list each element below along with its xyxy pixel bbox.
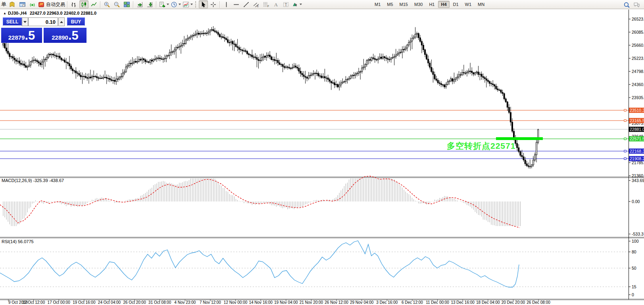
publisher-button[interactable] <box>18 0 27 8</box>
book-button[interactable] <box>8 0 17 8</box>
tile-windows-button[interactable] <box>122 0 131 8</box>
equidistant-channel-button[interactable]: E <box>252 0 261 8</box>
rsi-indicator-label: RSI(14) 56.0775 <box>2 239 34 244</box>
candle-down <box>87 78 88 79</box>
timeframe-mn-button[interactable]: MN <box>475 1 487 8</box>
cursor-button[interactable] <box>199 0 208 8</box>
candle-up <box>332 82 333 83</box>
candle-down <box>319 76 321 76</box>
candle-down <box>290 68 291 69</box>
candle-up <box>177 47 178 48</box>
candle-up <box>100 78 101 79</box>
zoom-out-button[interactable] <box>112 0 121 8</box>
candle-down <box>213 29 214 31</box>
volume-input[interactable]: 0.10 <box>28 17 58 26</box>
line-handle[interactable] <box>624 109 626 111</box>
pivot-highlight-bar[interactable] <box>496 137 543 140</box>
candle-down <box>71 66 72 69</box>
zoom-in-button[interactable] <box>102 0 111 8</box>
vertical-line-button[interactable] <box>222 0 231 8</box>
trend-line-button[interactable] <box>242 0 251 8</box>
dropdown-caret-icon[interactable] <box>190 4 193 5</box>
candle-down <box>331 81 332 83</box>
dropdown-caret-icon[interactable] <box>179 4 181 5</box>
candle-down <box>140 59 141 60</box>
line-chart-button[interactable] <box>89 0 98 8</box>
price-badge-label: 21908.2 <box>630 156 644 161</box>
window-collapse-icon[interactable]: ▲ <box>3 12 6 15</box>
candle-up <box>308 76 309 79</box>
candle-down <box>381 57 382 58</box>
dropdown-caret-icon[interactable] <box>300 4 302 5</box>
candle-up <box>181 46 182 46</box>
text-button[interactable]: A <box>271 0 281 8</box>
timeframe-h4-button[interactable]: H4 <box>438 1 449 8</box>
horizontal-line-button[interactable] <box>232 0 241 8</box>
candle-down <box>465 73 466 73</box>
candle-chart-button[interactable] <box>79 0 88 8</box>
chat-button[interactable] <box>632 1 641 9</box>
candle-up <box>344 82 345 82</box>
fibonacci-button[interactable]: F <box>261 0 271 8</box>
dropdown-caret-icon[interactable] <box>167 4 169 5</box>
time-tick-label: 12 Nov 00:00 <box>224 300 248 305</box>
triangle-down-icon <box>23 21 27 23</box>
candle-down <box>327 78 329 79</box>
chart-shift-button[interactable] <box>135 0 144 8</box>
line-handle[interactable] <box>624 158 626 160</box>
candle-down <box>62 60 63 60</box>
auto-trading-button[interactable]: 自动交易 <box>38 0 65 8</box>
candle-up <box>447 82 448 84</box>
candle-down <box>160 58 161 59</box>
candle-down <box>508 107 509 113</box>
candle-down <box>334 82 335 84</box>
bar-chart-button[interactable] <box>69 0 79 8</box>
pivot-annotation-text[interactable]: 多空转折点22571 <box>447 140 515 152</box>
timeframe-m1-button[interactable]: M1 <box>372 1 383 8</box>
sell-price-button[interactable]: 22879.5 <box>1 28 42 43</box>
timeframe-w1-button[interactable]: W1 <box>462 1 475 8</box>
new-order-button[interactable] <box>158 0 169 8</box>
candle-up <box>377 59 379 60</box>
candle-down <box>8 51 9 54</box>
buy-button[interactable]: BUY <box>67 17 85 26</box>
timeframe-h1-button[interactable]: H1 <box>426 1 437 8</box>
chart-canvas[interactable]: 26523.026085.525660.525223.024798.024360… <box>0 9 644 305</box>
candle-down <box>511 122 513 131</box>
candle-up <box>121 77 122 77</box>
search-button[interactable] <box>622 1 631 9</box>
line-handle[interactable] <box>624 150 626 152</box>
crosshair-button[interactable] <box>209 0 218 8</box>
candle-down <box>384 57 385 58</box>
signal-button[interactable] <box>28 0 37 8</box>
text-label-button[interactable]: T <box>281 0 290 8</box>
timeframe-m15-button[interactable]: M15 <box>397 1 411 8</box>
signal-icon <box>29 1 36 8</box>
candle-down <box>77 73 78 73</box>
periods-button[interactable] <box>170 0 181 8</box>
menu-text[interactable]: 单 <box>1 1 8 8</box>
candle-chart-icon <box>81 1 87 8</box>
auto-scroll-button[interactable] <box>145 0 154 8</box>
sell-button[interactable]: SELL <box>3 17 22 26</box>
arrows-button[interactable] <box>291 0 302 8</box>
timeframe-m30-button[interactable]: M30 <box>411 1 425 8</box>
timeframe-m5-button[interactable]: M5 <box>384 1 396 8</box>
indicators-button[interactable] <box>182 0 193 8</box>
candle-up <box>400 52 401 52</box>
volume-decrease-button[interactable] <box>22 17 28 26</box>
candle-up <box>536 142 537 155</box>
auto-trading-label: 自动交易 <box>46 1 65 8</box>
candle-up <box>358 72 359 73</box>
candle-down <box>324 77 325 78</box>
candle-up <box>171 52 172 52</box>
timeframe-d1-button[interactable]: D1 <box>450 1 461 8</box>
candle-down <box>69 63 70 66</box>
buy-price-button[interactable]: 22890.5 <box>44 28 87 43</box>
candle-down <box>106 77 107 79</box>
candle-up <box>413 37 414 38</box>
line-handle[interactable] <box>624 120 626 122</box>
line-handle[interactable] <box>624 138 626 140</box>
time-axis: 9 Oct 201812 Oct 12:0017 Oct 00:0019 Oct… <box>8 299 550 305</box>
volume-increase-button[interactable] <box>58 17 65 26</box>
